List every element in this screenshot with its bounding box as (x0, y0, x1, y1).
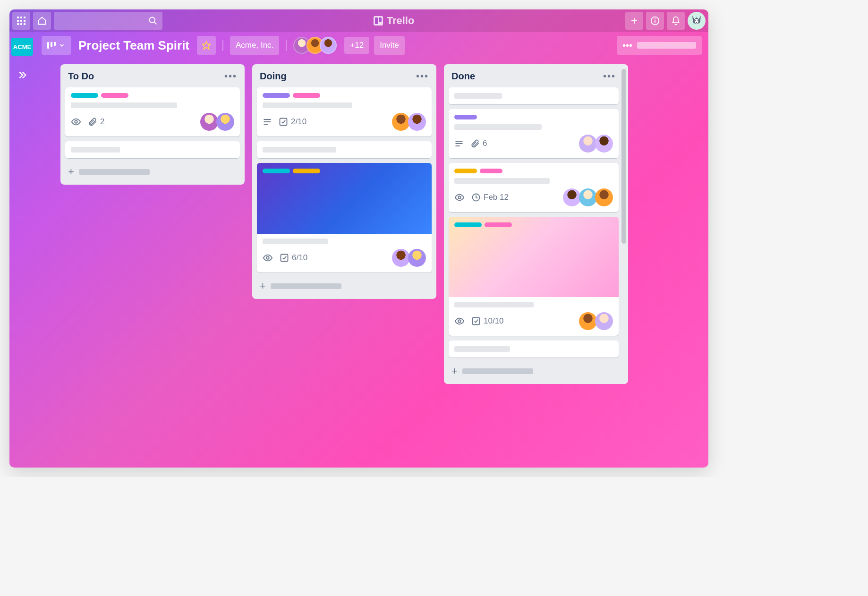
workspace-badge[interactable]: ACME (11, 38, 33, 56)
card-title-placeholder (263, 102, 352, 108)
grid-icon (17, 17, 26, 25)
board-members[interactable] (293, 37, 337, 54)
svg-marker-21 (203, 42, 211, 50)
label[interactable] (485, 222, 512, 227)
checklist-badge: 2/10 (279, 117, 306, 127)
checklist-count: 2/10 (291, 117, 306, 127)
home-button[interactable] (33, 12, 51, 30)
star-board-button[interactable] (197, 36, 216, 55)
expand-sidebar-button[interactable] (17, 70, 27, 80)
card[interactable] (65, 141, 240, 158)
label[interactable] (454, 115, 477, 119)
label[interactable] (293, 169, 320, 173)
card-title-placeholder (263, 147, 336, 153)
add-card-button[interactable]: + (257, 277, 432, 295)
scrollbar-thumb[interactable] (621, 69, 626, 244)
user-avatar[interactable] (688, 12, 706, 30)
card[interactable] (257, 141, 432, 158)
list-menu-button[interactable]: ••• (416, 71, 429, 82)
card[interactable]: Feb 12 (449, 163, 619, 212)
list-title[interactable]: Doing (260, 71, 287, 82)
attachments-badge: 6 (470, 139, 487, 148)
placeholder-bar (271, 283, 341, 289)
more-members-count[interactable]: +12 (344, 37, 369, 54)
list-doing: Doing ••• 2/10 (252, 64, 436, 299)
svg-line-10 (154, 22, 157, 25)
list-menu-button[interactable]: ••• (603, 71, 616, 82)
card-member-avatar[interactable] (595, 312, 613, 330)
search-input[interactable] (54, 12, 162, 30)
organization-button[interactable]: Acme, Inc. (230, 36, 279, 55)
card-member-avatar[interactable] (216, 113, 234, 131)
card-member-avatar[interactable] (579, 188, 597, 206)
board-view-switcher[interactable] (42, 36, 71, 55)
invite-button[interactable]: Invite (374, 36, 405, 55)
svg-rect-7 (20, 23, 22, 25)
card-member-avatar[interactable] (392, 249, 410, 267)
plus-icon: + (68, 166, 74, 178)
chevron-down-icon (59, 42, 65, 49)
board-menu-button[interactable]: ••• (617, 36, 702, 55)
add-card-button[interactable]: + (65, 163, 240, 181)
board-title[interactable]: Project Team Spirit (76, 38, 192, 53)
trello-logo-icon (374, 16, 383, 26)
svg-rect-8 (24, 23, 26, 25)
card-member-avatar[interactable] (408, 249, 426, 267)
list-scrollbar[interactable] (621, 69, 626, 379)
list-menu-button[interactable]: ••• (224, 71, 237, 82)
card[interactable]: 6 (449, 109, 619, 158)
label[interactable] (263, 93, 290, 98)
attachments-count: 2 (100, 117, 104, 127)
board-header: Project Team Spirit Acme, Inc. +12 Invit… (35, 32, 708, 59)
placeholder-bar (637, 42, 696, 49)
card-title-placeholder (454, 93, 502, 99)
checklist-badge: 10/10 (471, 316, 504, 326)
checklist-count: 10/10 (484, 316, 504, 326)
svg-point-27 (266, 256, 269, 259)
card[interactable]: 10/10 (449, 217, 619, 336)
card-member-avatar[interactable] (563, 188, 581, 206)
card[interactable] (449, 341, 619, 358)
board-icon (47, 42, 56, 49)
card[interactable]: 6/10 (257, 163, 432, 272)
list-title[interactable]: To Do (68, 71, 94, 82)
card-title-placeholder (263, 238, 328, 244)
card[interactable] (449, 87, 619, 104)
card-member-avatar[interactable] (579, 135, 597, 153)
card-member-avatar[interactable] (579, 312, 597, 330)
list-title[interactable]: Done (451, 71, 475, 82)
checklist-count: 6/10 (292, 253, 307, 263)
member-avatar[interactable] (320, 37, 337, 54)
description-badge (263, 117, 272, 127)
card-member-avatar[interactable] (408, 113, 426, 131)
card-member-avatar[interactable] (200, 113, 218, 131)
label[interactable] (263, 169, 290, 173)
card-member-avatar[interactable] (595, 188, 613, 206)
ellipsis-icon: ••• (622, 41, 632, 50)
watch-badge (454, 192, 465, 203)
svg-rect-3 (17, 20, 19, 22)
card[interactable]: 2 (65, 87, 240, 136)
label[interactable] (480, 169, 502, 173)
board-lists: To Do ••• 2 (35, 59, 708, 468)
apps-menu-button[interactable] (12, 12, 30, 30)
plus-icon: + (451, 365, 458, 377)
svg-point-34 (458, 320, 461, 323)
eye-icon (263, 253, 273, 263)
card-title-placeholder (71, 147, 120, 153)
label[interactable] (293, 93, 320, 98)
label[interactable] (101, 93, 128, 98)
create-button[interactable] (625, 12, 643, 30)
card-cover (257, 163, 432, 234)
add-card-button[interactable]: + (449, 362, 619, 380)
label[interactable] (454, 222, 482, 227)
info-button[interactable] (646, 12, 664, 30)
card[interactable]: 2/10 (257, 87, 432, 136)
notifications-button[interactable] (667, 12, 685, 30)
label[interactable] (71, 93, 98, 98)
card-member-avatar[interactable] (392, 113, 410, 131)
ellipsis-icon: ••• (224, 71, 237, 81)
card-labels (71, 93, 234, 98)
label[interactable] (454, 169, 477, 173)
card-member-avatar[interactable] (595, 135, 613, 153)
